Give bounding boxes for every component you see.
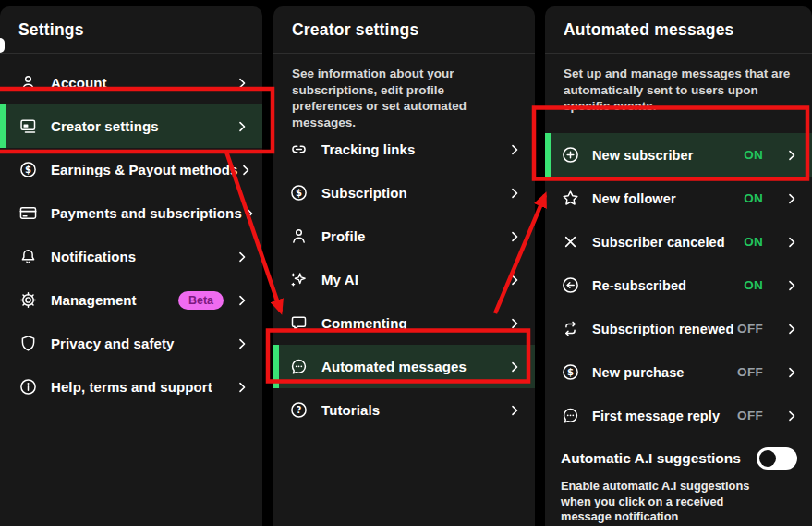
chevron-right-icon — [507, 316, 522, 331]
ai-suggestions-section: Automatic A.I suggestions Enable automat… — [545, 437, 812, 525]
creator-item-my-ai[interactable]: My AI — [273, 258, 535, 301]
item-label: Earnings & Payout methods — [51, 162, 238, 177]
settings-item-privacy[interactable]: Privacy and safety — [0, 322, 262, 365]
item-label: Subscriber canceled — [592, 235, 725, 250]
settings-panel: Settings Account Creator settings $ — [0, 6, 262, 526]
item-label: Subscription — [321, 185, 407, 201]
svg-text:?: ? — [297, 405, 302, 415]
state-badge: ON — [744, 235, 763, 249]
item-label: Creator settings — [51, 118, 159, 134]
dollar-circle-icon: $ — [561, 362, 580, 382]
star-icon — [561, 189, 580, 208]
svg-text:$: $ — [296, 188, 302, 198]
state-badge: OFF — [737, 365, 763, 379]
chevron-right-icon — [242, 206, 257, 221]
automated-item-re-subscribed[interactable]: Re-subscribed ON — [545, 263, 812, 307]
comment-icon — [289, 313, 309, 333]
arrow-left-circle-icon — [561, 275, 580, 295]
chevron-right-icon — [784, 235, 799, 250]
automated-panel-rows: New subscriber ON New follower ON Subscr… — [545, 133, 812, 437]
settings-item-earnings[interactable]: $ Earnings & Payout methods — [0, 148, 262, 191]
link-icon — [289, 140, 309, 159]
settings-item-management[interactable]: Management Beta — [0, 278, 262, 322]
creator-item-tutorials[interactable]: ? Tutorials — [273, 388, 535, 432]
comment-dots-icon — [561, 406, 580, 425]
creator-settings-panel: Creator settings See information about y… — [273, 6, 535, 526]
item-label: Tracking links — [321, 141, 415, 157]
chevron-right-icon — [784, 409, 799, 423]
item-label: Automated messages — [321, 359, 467, 374]
bell-icon — [18, 247, 38, 266]
chevron-right-icon — [784, 148, 799, 163]
item-label: Account — [51, 75, 107, 91]
state-badge: ON — [744, 278, 763, 292]
settings-item-help[interactable]: Help, terms and support — [0, 365, 262, 409]
creator-item-tracking-links[interactable]: Tracking links — [273, 128, 535, 171]
gear-icon — [18, 290, 38, 310]
chevron-right-icon — [784, 278, 799, 293]
chevron-right-icon — [507, 186, 522, 201]
dollar-circle-icon: $ — [18, 160, 38, 179]
automated-panel-title: Automated messages — [545, 6, 812, 54]
chevron-right-icon — [784, 322, 799, 336]
state-badge: OFF — [737, 322, 763, 336]
svg-text:$: $ — [25, 165, 31, 175]
automated-item-subscription-renewed[interactable]: Subscription renewed OFF — [545, 307, 812, 350]
automated-item-new-subscriber[interactable]: New subscriber ON — [545, 133, 812, 177]
item-label: Tutorials — [321, 402, 380, 418]
settings-item-account[interactable]: Account — [0, 61, 262, 104]
settings-item-creator-settings[interactable]: Creator settings — [0, 104, 262, 148]
settings-panel-title: Settings — [0, 6, 262, 54]
info-circle-icon — [18, 377, 38, 397]
item-label: Re-subscribed — [592, 278, 686, 293]
chevron-right-icon — [235, 336, 249, 351]
settings-screen: Settings Account Creator settings $ — [0, 0, 812, 526]
chevron-right-icon — [235, 119, 249, 134]
creator-panel-description: See information about your subscriptions… — [273, 54, 535, 128]
x-icon — [561, 232, 580, 251]
sparkles-icon — [289, 270, 309, 289]
item-label: Payments and subscriptions — [51, 205, 242, 221]
chevron-right-icon — [238, 163, 253, 177]
comment-dots-icon — [289, 357, 309, 376]
chevron-right-icon — [507, 273, 522, 287]
ai-suggestions-toggle[interactable] — [757, 447, 797, 470]
creator-card-icon — [18, 116, 38, 136]
chevron-right-icon — [507, 229, 522, 244]
chevron-right-icon — [235, 76, 249, 91]
chevron-right-icon — [507, 403, 522, 418]
item-label: My AI — [321, 272, 358, 287]
chevron-right-icon — [507, 360, 522, 374]
item-label: New purchase — [592, 365, 685, 380]
creator-item-automated-messages[interactable]: Automated messages — [273, 345, 535, 388]
creator-item-commenting[interactable]: Commenting — [273, 301, 535, 345]
automated-item-first-message-reply[interactable]: First message reply OFF — [545, 394, 812, 437]
chevron-right-icon — [784, 365, 799, 380]
state-badge: ON — [744, 191, 763, 205]
item-label: Subscription renewed — [592, 322, 733, 336]
creator-panel-rows: Tracking links $ Subscription Profile — [273, 128, 535, 432]
shield-icon — [18, 334, 38, 353]
automated-messages-panel: Automated messages Set up and manage mes… — [545, 6, 812, 526]
question-circle-icon: ? — [289, 400, 309, 420]
automated-item-new-follower[interactable]: New follower ON — [545, 177, 812, 220]
plus-circle-icon — [561, 145, 580, 165]
beta-badge: Beta — [178, 291, 224, 310]
creator-item-profile[interactable]: Profile — [273, 214, 535, 258]
automated-panel-description: Set up and manage messages that are auto… — [545, 54, 812, 133]
item-label: New follower — [592, 191, 676, 206]
chevron-right-icon — [507, 142, 522, 157]
automated-item-new-purchase[interactable]: $ New purchase OFF — [545, 350, 812, 394]
chevron-right-icon — [235, 250, 249, 264]
settings-panel-rows: Account Creator settings $ Earnings & Pa… — [0, 54, 262, 409]
svg-text:$: $ — [567, 367, 574, 377]
avatar-edge-fragment — [0, 38, 5, 53]
item-label: Privacy and safety — [51, 336, 175, 351]
dollar-circle-icon: $ — [289, 183, 309, 202]
creator-item-subscription[interactable]: $ Subscription — [273, 171, 535, 214]
settings-item-notifications[interactable]: Notifications — [0, 235, 262, 278]
settings-item-payments[interactable]: Payments and subscriptions — [0, 191, 262, 235]
item-label: Management — [51, 292, 137, 308]
item-label: New subscriber — [592, 148, 693, 163]
automated-item-subscriber-canceled[interactable]: Subscriber canceled ON — [545, 220, 812, 263]
